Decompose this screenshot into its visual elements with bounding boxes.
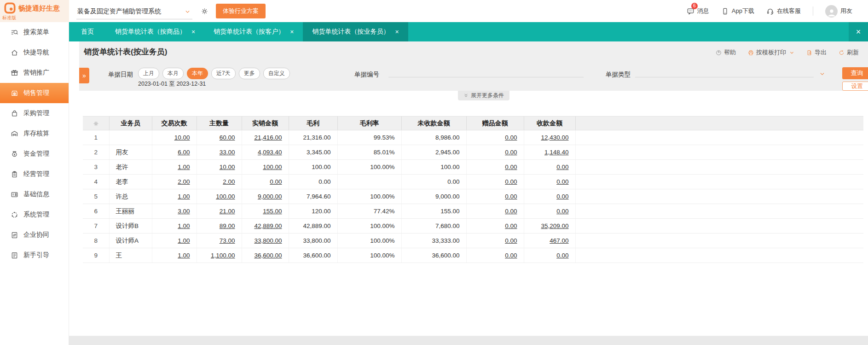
date-pill[interactable]: 本年 <box>187 68 208 79</box>
user-menu[interactable]: 用友 <box>825 5 852 18</box>
drilldown-link[interactable]: 467.00 <box>550 237 568 244</box>
tab-stats-by-salesperson[interactable]: 销货单统计表（按业务员）× <box>303 22 408 41</box>
drilldown-link[interactable]: 73.00 <box>220 237 235 244</box>
header-item-messages[interactable]: 消息6 <box>687 7 709 15</box>
header-item-online-support[interactable]: 在线客服 <box>766 7 801 15</box>
drilldown-link[interactable]: 33,800.00 <box>254 237 282 244</box>
column-header[interactable]: 毛利 <box>289 117 337 130</box>
drilldown-link[interactable]: 1.00 <box>178 164 190 170</box>
drilldown-link[interactable]: 0.00 <box>505 164 517 170</box>
date-pill[interactable]: 近7天 <box>211 68 236 79</box>
drilldown-link[interactable]: 33.00 <box>220 149 235 156</box>
drilldown-link[interactable]: 42,889.00 <box>254 222 282 229</box>
column-header[interactable]: 赠品金额 <box>466 117 524 130</box>
drilldown-link[interactable]: 2.00 <box>223 178 235 185</box>
drilldown-link[interactable]: 0.00 <box>505 149 517 156</box>
drilldown-link[interactable]: 100.00 <box>263 164 282 170</box>
drilldown-link[interactable]: 4,093.40 <box>258 149 282 156</box>
bill-no-input[interactable] <box>388 65 584 77</box>
column-header[interactable]: 交易次数 <box>152 117 197 130</box>
drilldown-link[interactable]: 1.00 <box>178 193 190 200</box>
system-select[interactable]: 装备及固定资产辅助管理系统 <box>76 6 192 19</box>
column-header[interactable]: 主数量 <box>197 117 242 130</box>
sidebar-item-operations-mgmt[interactable]: 经营管理 <box>0 164 69 184</box>
drilldown-link[interactable]: 0.00 <box>556 193 568 200</box>
sidebar-item-search-menu[interactable]: 搜索菜单 <box>0 22 69 42</box>
toolbar-export-button[interactable]: 导出 <box>806 48 827 57</box>
drilldown-link[interactable]: 0.00 <box>505 134 517 141</box>
toolbar-print-by-template-button[interactable]: 按模板打印 <box>748 48 794 57</box>
date-pill[interactable]: 本月 <box>162 68 184 79</box>
sidebar-item-system-mgmt[interactable]: 系统管理 <box>0 205 69 225</box>
drilldown-link[interactable]: 0.00 <box>270 178 282 185</box>
drilldown-link[interactable]: 0.00 <box>505 178 517 185</box>
drilldown-link[interactable]: 9,000.00 <box>258 193 282 200</box>
column-header[interactable]: 未收款金额 <box>401 117 466 130</box>
drilldown-link[interactable]: 36,600.00 <box>254 252 282 259</box>
bill-type-input[interactable] <box>635 65 814 77</box>
close-icon[interactable]: × <box>191 29 195 35</box>
column-header[interactable]: 业务员 <box>109 117 152 130</box>
sidebar-item-purchase-mgmt[interactable]: 采购管理 <box>0 103 69 123</box>
column-header[interactable]: 实销金额 <box>242 117 289 130</box>
drilldown-link[interactable]: 0.00 <box>556 252 568 259</box>
close-all-tabs-button[interactable]: × <box>849 22 868 41</box>
drilldown-link[interactable]: 10.00 <box>174 134 190 141</box>
sidebar-item-enterprise-collab[interactable]: 企业协同 <box>0 225 69 245</box>
expand-more-conditions[interactable]: 展开更多条件 <box>458 91 509 100</box>
sidebar-item-beginner-guide[interactable]: 新手引导 <box>0 245 69 265</box>
tab-stats-by-product[interactable]: 销货单统计表（按商品）× <box>106 22 204 41</box>
sidebar-item-sales-mgmt[interactable]: 销售管理 <box>0 83 69 103</box>
toolbar-help-button[interactable]: 帮助 <box>716 48 736 57</box>
tab-home[interactable]: 首页 <box>69 22 106 41</box>
drilldown-link[interactable]: 21,416.00 <box>254 134 282 141</box>
toolbar-refresh-button[interactable]: 刷新 <box>839 48 859 57</box>
drilldown-link[interactable]: 89.00 <box>220 222 235 229</box>
close-icon[interactable]: × <box>290 29 294 35</box>
drilldown-link[interactable]: 35,209.00 <box>541 222 568 229</box>
chevron-down-icon[interactable] <box>789 50 794 55</box>
query-button[interactable]: 查询 <box>842 67 868 79</box>
column-settings-gear-icon[interactable] <box>83 117 109 130</box>
tab-stats-by-customer[interactable]: 销货单统计表（按客户）× <box>204 22 303 41</box>
drilldown-link[interactable]: 100.00 <box>216 193 235 200</box>
drilldown-link[interactable]: 12,430.00 <box>541 134 568 141</box>
header-item-app-download[interactable]: App下载 <box>721 7 754 15</box>
drilldown-link[interactable]: 0.00 <box>505 208 517 215</box>
sidebar-item-basic-info[interactable]: 基础信息 <box>0 184 69 205</box>
sidebar-item-marketing-promo[interactable]: 营销推广 <box>0 63 69 83</box>
drilldown-link[interactable]: 6.00 <box>178 149 190 156</box>
drilldown-link[interactable]: 60.00 <box>220 134 235 141</box>
date-pill[interactable]: 上月 <box>138 68 159 79</box>
drilldown-link[interactable]: 3.00 <box>178 208 190 215</box>
drilldown-link[interactable]: 2.00 <box>178 178 190 185</box>
column-header[interactable]: 毛利率 <box>337 117 401 130</box>
drilldown-link[interactable]: 1.00 <box>178 237 190 244</box>
close-icon[interactable]: × <box>395 29 399 35</box>
drilldown-link[interactable]: 0.00 <box>505 237 517 244</box>
drilldown-link[interactable]: 21.00 <box>220 208 235 215</box>
drilldown-link[interactable]: 0.00 <box>505 193 517 200</box>
drilldown-link[interactable]: 155.00 <box>263 208 282 215</box>
drilldown-link[interactable]: 10.00 <box>220 164 235 170</box>
sidebar-item-funds-mgmt[interactable]: 资金管理 <box>0 144 69 164</box>
drilldown-link[interactable]: 0.00 <box>505 222 517 229</box>
drilldown-link[interactable]: 0.00 <box>556 178 568 185</box>
drilldown-link[interactable]: 0.00 <box>556 208 568 215</box>
bill-type-chevron-down-icon[interactable] <box>819 71 825 77</box>
sidebar-item-quick-nav[interactable]: 快捷导航 <box>0 42 69 63</box>
settings-button[interactable]: 设置 <box>842 82 868 91</box>
drilldown-link[interactable]: 0.00 <box>505 252 517 259</box>
gear-icon[interactable] <box>201 7 208 15</box>
drilldown-link[interactable]: 1,148.40 <box>544 149 569 156</box>
date-range-value[interactable]: 2023-01-01 至 2023-12-31 <box>138 80 206 88</box>
date-pill[interactable]: 自定义 <box>263 68 290 79</box>
drilldown-link[interactable]: 0.00 <box>556 164 568 170</box>
drilldown-link[interactable]: 1.00 <box>178 252 190 259</box>
column-header[interactable]: 收款金额 <box>524 117 575 130</box>
drilldown-link[interactable]: 1.00 <box>178 222 190 229</box>
trial-industry-button[interactable]: 体验行业方案 <box>216 4 266 18</box>
date-pill[interactable]: 更多 <box>239 68 260 79</box>
collapse-filter-button[interactable]: » <box>79 68 89 83</box>
drilldown-link[interactable]: 1,100.00 <box>211 252 235 259</box>
